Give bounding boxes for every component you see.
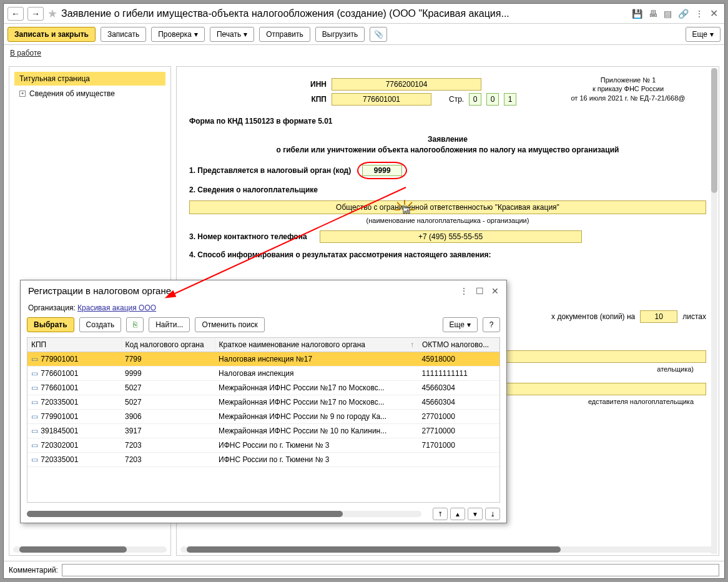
copy-button[interactable]: ⎘ [126,317,144,332]
kpp-label: КПП [189,95,327,104]
table-row[interactable]: ▭ 7203350017203ИФНС России по г. Тюмени … [27,453,499,467]
table-row[interactable]: ▭ 7766010015027Межрайонная ИФНС России №… [27,381,499,395]
chevron-down-icon: ▾ [243,30,247,39]
page-digit-2[interactable]: 0 [486,93,499,106]
col-oktmo[interactable]: ОКТМО налогово... [418,338,499,352]
row-icon: ▭ [31,383,39,392]
page-digit-1[interactable]: 0 [469,93,481,106]
row-2: 2. Сведения о налогоплательщике [189,185,706,194]
comment-input[interactable] [62,564,719,576]
nav-down-icon[interactable]: ▼ [468,508,483,520]
titlebar: ← → ★ Заявление о гибели имущества-объек… [4,4,724,24]
tax-office-code-field[interactable]: 9999 [357,162,407,179]
save-icon[interactable]: 💾 [632,9,642,19]
row-icon: ▭ [31,441,39,450]
nav-first-icon[interactable]: ⤒ [433,508,448,520]
nav-last-icon[interactable]: ⤓ [485,508,500,520]
col-name[interactable]: Краткое наименование налогового органа↑ [215,338,418,352]
phone-field[interactable]: +7 (495) 555-55-55 [320,230,582,243]
col-code[interactable]: Код налогового органа [121,338,215,352]
status-link[interactable]: В работе [10,49,41,57]
sidebar-item-title-page[interactable]: Титульная страница [14,72,165,86]
paperclip-icon: 📎 [374,30,383,39]
save-close-button[interactable]: Записать и закрыть [7,27,96,42]
cancel-search-button[interactable]: Отменить поиск [195,317,264,332]
chevron-down-icon: ▾ [194,30,198,39]
table-row[interactable]: ▭ 7799010017799Налоговая инспекция №1745… [27,352,499,367]
close-icon[interactable]: ✕ [707,7,721,19]
expand-icon[interactable]: + [19,91,26,97]
registrations-table[interactable]: КПП Код налогового органа Краткое наимен… [27,337,500,503]
favorite-icon[interactable]: ★ [47,7,57,21]
report-icon[interactable]: ▤ [664,9,672,19]
more-button[interactable]: Еще ▾ [686,27,721,42]
dialog-kebab-icon[interactable]: ⋮ [460,286,468,296]
form-hscroll[interactable] [180,546,715,553]
appendix-note: Приложение № 1 к приказу ФНС России от 1… [550,76,706,102]
dialog-org-row: Организация: Красивая акация ООО [21,301,506,315]
status-row: В работе [4,45,724,61]
dialog-bottom: ⤒ ▲ ▼ ⤓ [21,505,506,523]
col-kpp[interactable]: КПП [27,338,121,352]
row-icon: ▭ [31,455,39,464]
copy-icon: ⎘ [133,320,137,329]
link-icon[interactable]: 🔗 [678,9,689,19]
print-button[interactable]: Печать ▾ [210,27,254,42]
dialog-maximize-icon[interactable]: ☐ [476,286,484,296]
find-button[interactable]: Найти... [149,317,190,332]
inn-label: ИНН [189,80,327,89]
knd-label: Форма по КНД 1150123 в формате 5.01 [189,117,706,126]
row-1: 1. Представляется в налоговый орган (код… [189,162,706,179]
kpp-field[interactable]: 776601001 [332,93,431,106]
inn-field[interactable]: 7766200104 [332,78,481,91]
org-link[interactable]: Красивая акация ООО [77,303,156,312]
dialog-titlebar: Регистрации в налоговом органе ⋮ ☐ ✕ [21,280,506,301]
org-name-note: (наименование налогоплательщика - органи… [189,217,706,224]
row-4: 4. Способ информирования о результатах р… [189,250,706,259]
page-label: Стр. [449,95,464,104]
comment-label: Комментарий: [9,566,58,575]
tax-registrations-dialog: Регистрации в налоговом органе ⋮ ☐ ✕ Орг… [20,280,507,523]
nav-up-icon[interactable]: ▲ [450,508,465,520]
table-row[interactable]: ▭ 7799010013906Межрайонная ИФНС России №… [27,410,499,424]
row-icon: ▭ [31,427,39,435]
org-name-field[interactable]: Общество с ограниченной ответственностью… [189,200,706,214]
export-button[interactable]: Выгрузить [315,27,365,42]
sort-asc-icon: ↑ [410,340,414,349]
dialog-more-button[interactable]: Еще ▾ [443,317,478,332]
back-button[interactable]: ← [7,7,24,21]
form-title: Заявление о гибели или уничтожении объек… [189,134,706,155]
sidebar-item-property-info[interactable]: + Сведения об имуществе [14,87,165,101]
table-row[interactable]: ▭ 7766010019999Налоговая инспекция111111… [27,367,499,381]
page-digit-3[interactable]: 1 [504,93,516,106]
kebab-icon[interactable]: ⋮ [695,9,704,19]
window-title: Заявление о гибели имущества-объекта нал… [61,8,628,19]
row-3: 3. Номер контактного телефона +7 (495) 5… [189,230,706,243]
help-button[interactable]: ? [483,317,500,332]
dialog-hscroll[interactable] [27,511,421,517]
dialog-title: Регистрации в налоговом органе [28,285,171,296]
table-row[interactable]: ▭ 7203350015027Межрайонная ИФНС России №… [27,395,499,410]
comment-row: Комментарий: [4,561,724,578]
table-row[interactable]: ▭ 7203020017203ИФНС России по г. Тюмени … [27,438,499,453]
send-button[interactable]: Отправить [259,27,310,42]
forward-button[interactable]: → [27,7,44,21]
main-toolbar: Записать и закрыть Записать Проверка ▾ П… [4,24,724,45]
table-row[interactable]: ▭ 3918450013917Межрайонная ИФНС России №… [27,424,499,438]
select-button[interactable]: Выбрать [27,317,74,332]
save-button[interactable]: Записать [101,27,146,42]
row-icon: ▭ [31,412,39,421]
attachment-button[interactable]: 📎 [370,27,387,42]
create-button[interactable]: Создать [79,317,122,332]
docs-count-field[interactable]: 10 [640,310,677,323]
check-button[interactable]: Проверка ▾ [151,27,205,42]
row-icon: ▭ [31,369,39,378]
row-icon: ▭ [31,355,39,363]
print-icon[interactable]: 🖶 [649,9,657,19]
form-vscroll[interactable] [711,68,717,554]
dialog-close-icon[interactable]: ✕ [491,286,499,296]
chevron-down-icon: ▾ [467,320,471,329]
chevron-down-icon: ▾ [710,30,714,39]
dialog-toolbar: Выбрать Создать ⎘ Найти... Отменить поис… [21,315,506,335]
sidebar-hscroll[interactable] [13,546,167,553]
